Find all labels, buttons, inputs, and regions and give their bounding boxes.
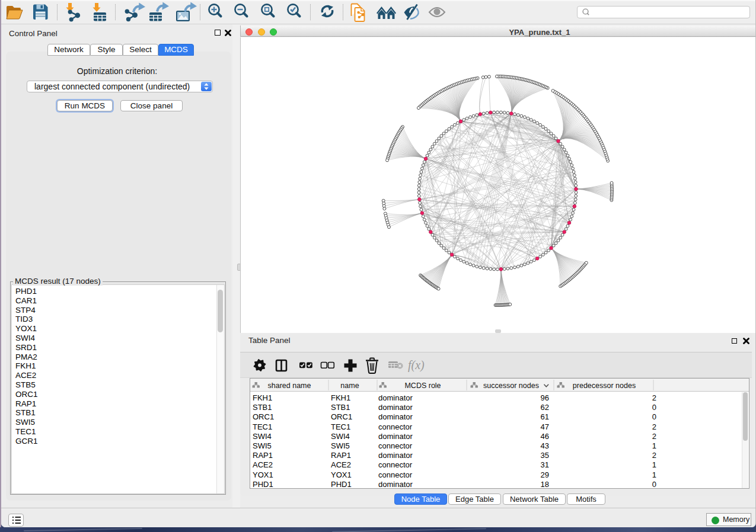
svg-text:shared name: shared name xyxy=(268,382,311,390)
svg-text:MCDS role: MCDS role xyxy=(404,382,441,390)
svg-text:predecessor nodes: predecessor nodes xyxy=(573,382,636,390)
svg-text:successor nodes: successor nodes xyxy=(483,382,539,390)
svg-text:name: name xyxy=(340,382,359,390)
svg-text:f(x): f(x) xyxy=(408,358,425,372)
